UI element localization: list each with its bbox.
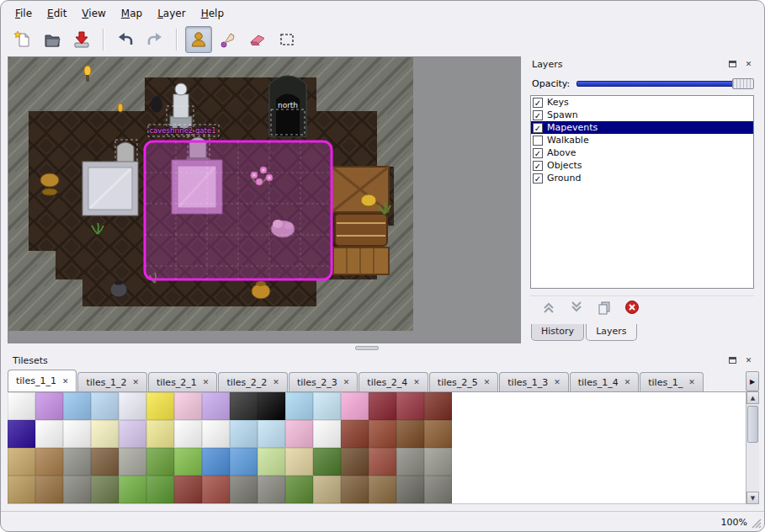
- tab-close-icon[interactable]: ✕: [624, 378, 631, 386]
- layer-row-mapevents[interactable]: ✓Mapevents: [531, 121, 753, 134]
- menu-item-edit[interactable]: Edit: [40, 5, 74, 22]
- layer-row-objects[interactable]: ✓Objects: [531, 159, 753, 172]
- tile-3-12[interactable]: [341, 476, 369, 503]
- tile-3-8[interactable]: [230, 476, 258, 503]
- layer-visibility-checkbox[interactable]: ✓: [533, 98, 543, 108]
- tile-1-0[interactable]: [8, 420, 35, 448]
- tab-close-icon[interactable]: ✕: [62, 377, 69, 386]
- save-button[interactable]: [68, 26, 95, 53]
- tileset-scrollbar[interactable]: ▲ ▼: [746, 391, 759, 504]
- eraser-tool-button[interactable]: [244, 26, 271, 53]
- tile-1-6[interactable]: [174, 420, 202, 448]
- tab-close-icon[interactable]: ✕: [132, 378, 139, 386]
- tile-3-14[interactable]: [396, 476, 424, 503]
- tab-layers[interactable]: Layers: [586, 324, 636, 341]
- tileset-tab-tiles_1_4[interactable]: tiles_1_4✕: [570, 372, 639, 391]
- tileset-content[interactable]: [8, 391, 759, 504]
- tileset-tab-tiles_2_5[interactable]: tiles_2_5✕: [429, 372, 498, 391]
- tile-2-5[interactable]: [146, 448, 174, 476]
- tile-3-10[interactable]: [285, 476, 313, 503]
- tile-1-12[interactable]: [341, 420, 369, 448]
- tile-1-9[interactable]: [258, 420, 285, 448]
- open-file-button[interactable]: [39, 26, 66, 53]
- duplicate-layer-button[interactable]: [596, 299, 613, 316]
- map-selection[interactable]: [145, 141, 332, 279]
- tile-0-4[interactable]: [119, 392, 146, 420]
- close-panel-icon[interactable]: ✕: [743, 355, 754, 366]
- undo-button[interactable]: [112, 26, 139, 53]
- tile-3-6[interactable]: [174, 476, 202, 503]
- tile-2-14[interactable]: [396, 448, 424, 476]
- tileset-tab-tiles_2_4[interactable]: tiles_2_4✕: [359, 372, 428, 391]
- layer-visibility-checkbox[interactable]: ✓: [533, 110, 543, 120]
- tile-2-13[interactable]: [369, 448, 396, 476]
- tab-scroll-right-icon[interactable]: ▶: [746, 371, 759, 391]
- tile-3-13[interactable]: [369, 476, 396, 503]
- tile-3-3[interactable]: [91, 476, 119, 503]
- tile-2-0[interactable]: [8, 448, 35, 476]
- layer-row-walkable[interactable]: Walkable: [531, 134, 753, 146]
- tile-1-2[interactable]: [63, 420, 91, 448]
- tileset-tab-tiles_2_1[interactable]: tiles_2_1✕: [148, 372, 217, 391]
- layer-row-keys[interactable]: ✓Keys: [531, 96, 753, 109]
- tile-0-8[interactable]: [230, 392, 258, 420]
- layer-row-above[interactable]: ✓Above: [531, 146, 753, 159]
- tile-0-1[interactable]: [35, 392, 63, 420]
- layer-visibility-checkbox[interactable]: ✓: [533, 173, 543, 184]
- tab-close-icon[interactable]: ✕: [203, 378, 210, 386]
- tab-history[interactable]: History: [531, 324, 584, 341]
- tile-2-3[interactable]: [91, 448, 119, 476]
- tile-0-0[interactable]: [8, 392, 35, 420]
- tile-1-14[interactable]: [396, 420, 424, 448]
- tab-close-icon[interactable]: ✕: [484, 378, 491, 386]
- tileset-tab-tiles_2_2[interactable]: tiles_2_2✕: [218, 372, 287, 391]
- tile-3-4[interactable]: [119, 476, 146, 503]
- tile-0-11[interactable]: [313, 392, 341, 420]
- menu-item-view[interactable]: View: [74, 5, 113, 22]
- stamp-tool-button[interactable]: [185, 26, 212, 53]
- delete-layer-button[interactable]: [624, 299, 640, 316]
- opacity-slider-track[interactable]: [576, 81, 752, 87]
- tile-0-14[interactable]: [396, 392, 424, 420]
- layer-visibility-checkbox[interactable]: ✓: [533, 123, 543, 133]
- tile-2-6[interactable]: [174, 448, 202, 476]
- tab-close-icon[interactable]: ✕: [273, 378, 279, 386]
- tile-1-5[interactable]: [146, 420, 174, 448]
- tab-close-icon[interactable]: ✕: [343, 378, 350, 386]
- scroll-thumb[interactable]: [747, 406, 758, 443]
- tile-3-1[interactable]: [35, 476, 63, 503]
- tile-0-2[interactable]: [63, 392, 91, 420]
- tab-close-icon[interactable]: ✕: [554, 378, 560, 386]
- tile-0-12[interactable]: [341, 392, 369, 420]
- tile-2-11[interactable]: [313, 448, 341, 476]
- map-canvas[interactable]: north caveshrine2 gate1: [8, 56, 521, 343]
- tile-1-4[interactable]: [119, 420, 146, 448]
- tile-2-1[interactable]: [35, 448, 63, 476]
- tile-0-10[interactable]: [285, 392, 313, 420]
- tile-0-3[interactable]: [91, 392, 119, 420]
- menu-item-layer[interactable]: Layer: [150, 5, 193, 22]
- tile-1-13[interactable]: [369, 420, 396, 448]
- tileset-tab-tiles_1_1[interactable]: tiles_1_1✕: [8, 370, 77, 391]
- tile-0-5[interactable]: [146, 392, 174, 420]
- tab-close-icon[interactable]: ✕: [413, 378, 420, 386]
- menu-item-file[interactable]: File: [8, 5, 40, 22]
- float-panel-icon[interactable]: [727, 59, 738, 70]
- tile-1-8[interactable]: [230, 420, 258, 448]
- layer-visibility-checkbox[interactable]: ✓: [533, 161, 543, 171]
- tile-1-7[interactable]: [202, 420, 230, 448]
- menu-item-map[interactable]: Map: [114, 5, 150, 22]
- tab-close-icon[interactable]: ✕: [688, 378, 695, 386]
- horizontal-splitter[interactable]: [1, 344, 765, 352]
- resize-grip[interactable]: [751, 518, 762, 529]
- select-tool-button[interactable]: [274, 26, 300, 53]
- tile-2-4[interactable]: [119, 448, 146, 476]
- tile-0-7[interactable]: [202, 392, 230, 420]
- redo-button[interactable]: [141, 26, 168, 53]
- splitter-grip[interactable]: [355, 346, 379, 350]
- tile-0-13[interactable]: [369, 392, 396, 420]
- tile-1-11[interactable]: [313, 420, 341, 448]
- tile-3-7[interactable]: [202, 476, 230, 503]
- tile-2-12[interactable]: [341, 448, 369, 476]
- tileset-tab-tiles_1_2[interactable]: tiles_1_2✕: [77, 372, 146, 391]
